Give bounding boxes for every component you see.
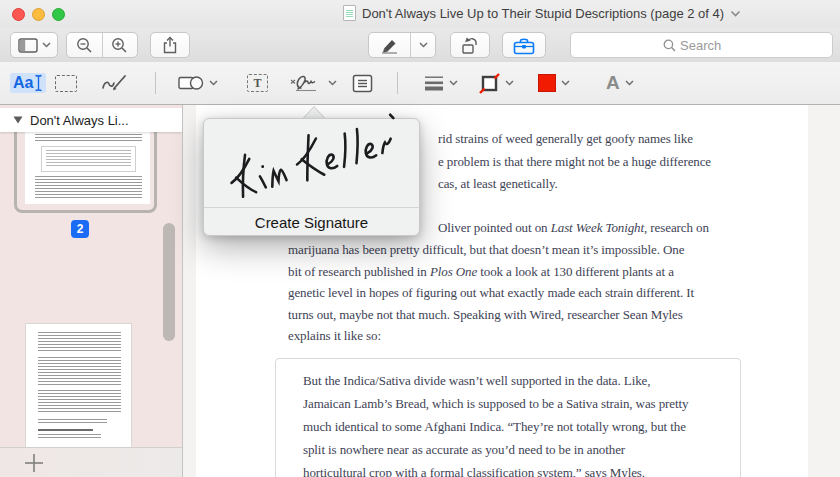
markup-toolbox-button[interactable] (502, 32, 546, 58)
document-text-line: cas, at least genetically. (438, 173, 711, 196)
paragraph-text: marijuana has been pretty difficult, but… (288, 239, 694, 347)
document-text-line: genetic level in hopes of figuring out w… (288, 282, 694, 304)
close-window-button[interactable] (12, 8, 25, 21)
zoom-out-icon (76, 37, 93, 54)
rotate-left-icon (460, 36, 480, 54)
chevron-down-icon (449, 80, 458, 86)
document-text-line: explains it like so: (288, 325, 694, 347)
chevron-down-icon (42, 42, 51, 48)
text-selection-tool[interactable]: Aa (10, 62, 46, 104)
zoom-out-button[interactable] (67, 33, 102, 57)
document-text-line: marijuana has been pretty difficult, but… (288, 239, 694, 261)
document-text-line: turns out, maybe not that much. Speaking… (288, 304, 694, 326)
sketch-pen-icon (100, 73, 130, 93)
line-weight-tool[interactable] (424, 62, 458, 104)
fill-color-swatch (538, 74, 556, 92)
shapes-icon (178, 74, 204, 92)
document-text-line: e problem is that there might not be a h… (438, 151, 711, 174)
saved-signature-item[interactable] (204, 119, 419, 207)
main-toolbar (0, 28, 840, 62)
signature-icon (289, 73, 323, 93)
text-style-tool[interactable]: A (606, 62, 634, 104)
document-text-line: Jamaican Lamb’s Bread, which is supposed… (303, 392, 688, 415)
sidebar-scrollbar[interactable] (163, 223, 175, 341)
document-text-line: Oliver pointed out on Last Week Tonight,… (438, 217, 709, 239)
page-3-thumbnail[interactable] (25, 323, 132, 448)
markup-pen-button-group (368, 32, 436, 58)
paragraph-text: Oliver pointed out on Last Week Tonight,… (438, 217, 709, 239)
zoom-window-button[interactable] (52, 8, 65, 21)
document-text-line: much identical to some Afghani Indica. “… (303, 415, 688, 438)
border-color-tool[interactable] (479, 62, 514, 104)
zoom-button-group (66, 32, 138, 58)
note-icon (352, 74, 373, 93)
sidebar-bottom-bar (0, 447, 182, 477)
sidebar-section-title: Don't Always Li... (30, 113, 129, 128)
document-text-line: But the Indica/Sativa divide wasn’t well… (303, 369, 688, 392)
paragraph-text: rid strains of weed generally get goofy … (438, 128, 711, 196)
chevron-down-icon (419, 42, 428, 48)
document-text-line: split is nowhere near as accurate as you… (303, 438, 688, 461)
title-bar: Don't Always Live Up to Their Stupid Des… (0, 0, 840, 28)
markup-toolbar: Aa (0, 62, 840, 105)
toolbox-icon (513, 36, 535, 55)
page-number-badge: 2 (71, 220, 89, 238)
rotate-left-button[interactable] (450, 32, 490, 58)
sidebar-panel-icon (18, 38, 38, 53)
document-text-line: horticultural crop with a formal classif… (303, 461, 688, 477)
create-signature-button[interactable]: Create Signature (204, 208, 419, 236)
line-weight-icon (424, 75, 444, 91)
signature-tool[interactable] (289, 62, 337, 104)
thumbnail-sidebar: Don't Always Li... 2 (0, 105, 182, 477)
marker-pen-icon (380, 37, 399, 54)
note-tool[interactable] (352, 62, 373, 104)
title-group: Don't Always Live Up to Their Stupid Des… (343, 5, 741, 21)
chevron-down-icon (561, 80, 570, 86)
toolbar-divider (397, 72, 398, 94)
minimize-window-button[interactable] (32, 8, 45, 21)
share-icon (162, 36, 178, 54)
document-text-line: rid strains of weed generally get goofy … (438, 128, 711, 151)
disclosure-triangle-icon[interactable] (13, 116, 23, 124)
handwritten-signature (213, 108, 409, 214)
sidebar-view-button[interactable] (10, 32, 58, 58)
document-proxy-icon[interactable] (343, 5, 356, 21)
search-field[interactable] (570, 32, 833, 58)
sidebar-section-header[interactable]: Don't Always Li... (0, 108, 182, 132)
fill-color-tool[interactable] (538, 62, 570, 104)
chevron-down-icon (328, 80, 337, 86)
text-style-icon: A (606, 72, 620, 94)
rectangular-selection-icon (55, 75, 77, 92)
sketch-tool[interactable] (100, 62, 130, 104)
shapes-tool[interactable] (178, 62, 218, 104)
border-color-icon (479, 73, 500, 94)
page-2-thumbnail[interactable] (25, 129, 150, 204)
text-box-icon: T (247, 74, 268, 92)
rectangular-selection-tool[interactable] (55, 62, 77, 104)
blockquote-text: But the Indica/Sativa divide wasn’t well… (303, 369, 688, 477)
text-selection-icon: Aa (10, 73, 46, 93)
markup-pen-button[interactable] (369, 33, 410, 57)
zoom-in-icon (111, 37, 128, 54)
document-text-line: bit of research published in Plos One to… (288, 261, 694, 283)
toolbar-divider (155, 72, 156, 94)
markup-pen-dropdown[interactable] (410, 33, 435, 57)
chevron-down-icon (209, 80, 218, 86)
signature-popover: Create Signature (203, 118, 420, 236)
zoom-in-button[interactable] (102, 33, 137, 57)
search-input[interactable] (680, 38, 740, 53)
chevron-down-icon (625, 80, 634, 86)
window-title: Don't Always Live Up to Their Stupid Des… (362, 6, 724, 21)
title-chevron-down-icon[interactable] (730, 10, 741, 17)
text-box-tool[interactable]: T (247, 62, 268, 104)
chevron-down-icon (505, 80, 514, 86)
share-button[interactable] (150, 32, 190, 58)
add-page-button[interactable] (23, 452, 45, 474)
search-icon (663, 39, 676, 52)
preview-window: Don't Always Live Up to Their Stupid Des… (0, 0, 840, 477)
